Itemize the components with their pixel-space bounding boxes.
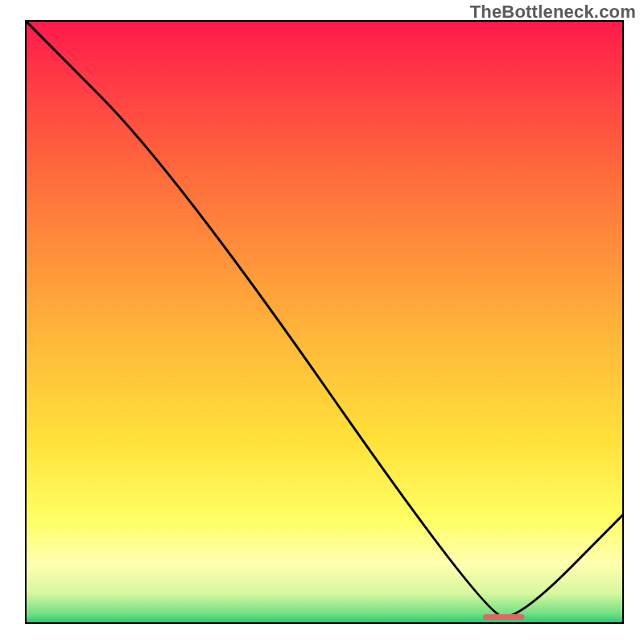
chart-container: TheBottleneck.com xyxy=(0,0,644,644)
watermark-label: TheBottleneck.com xyxy=(470,2,636,23)
chart-svg xyxy=(0,0,644,644)
